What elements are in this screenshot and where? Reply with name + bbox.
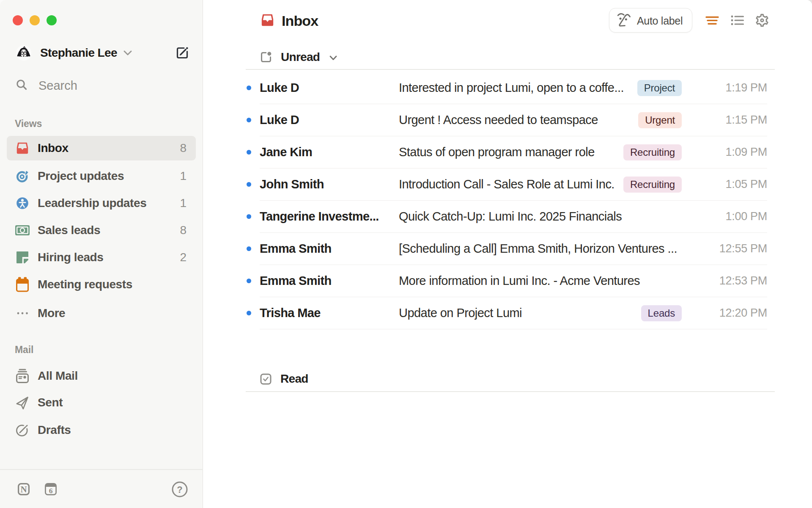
svg-text:N: N (20, 484, 27, 494)
svg-text:?: ? (177, 484, 182, 495)
svg-text:6: 6 (49, 486, 53, 495)
